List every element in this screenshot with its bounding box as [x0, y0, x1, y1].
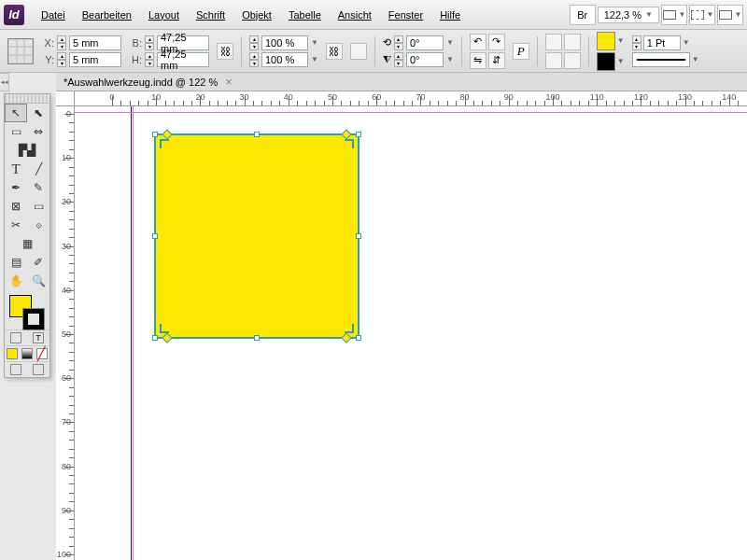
zoom-tool[interactable]: 🔍 — [27, 272, 49, 290]
stroke-weight-stepper[interactable]: ▴▾ — [632, 35, 641, 50]
resize-handle-t[interactable] — [254, 132, 260, 137]
rectangle-tool[interactable]: ▭ — [27, 197, 49, 216]
gradient-swatch-tool[interactable]: ▦ — [5, 234, 49, 253]
stroke-weight-field[interactable]: 1 Pt — [643, 35, 681, 50]
apply-color-icon[interactable] — [7, 348, 18, 359]
w-stepper[interactable]: ▴▾ — [145, 35, 154, 50]
resize-handle-br[interactable] — [356, 335, 361, 341]
h-field[interactable]: 47,25 mm — [157, 52, 209, 67]
rotate-stepper[interactable]: ▴▾ — [394, 35, 403, 50]
chevron-down-icon[interactable]: ▼ — [617, 57, 625, 65]
zoom-level[interactable]: 122,3 %▼ — [598, 7, 659, 23]
chevron-down-icon[interactable]: ▼ — [446, 55, 454, 63]
reference-point[interactable] — [7, 38, 34, 64]
link-scale-icon[interactable]: ⛓ — [326, 43, 343, 60]
direct-selection-tool[interactable]: ⬉ — [27, 104, 49, 122]
screen-mode-button[interactable]: ▼ — [661, 5, 687, 25]
menu-ansicht[interactable]: Ansicht — [331, 6, 379, 24]
horizontal-ruler[interactable]: 0102030405060708090100110120130140150 — [75, 91, 747, 106]
h-stepper[interactable]: ▴▾ — [145, 52, 154, 67]
constrain-proportions-icon[interactable]: ⛓ — [217, 43, 233, 60]
x-stepper[interactable]: ▴▾ — [57, 35, 66, 50]
preview-view-icon[interactable] — [33, 364, 44, 375]
y-field[interactable]: 5 mm — [69, 52, 121, 67]
apply-none-icon[interactable]: ╱ — [36, 348, 48, 359]
flip-h-icon[interactable]: ⇋ — [470, 52, 486, 69]
chevron-down-icon[interactable]: ▼ — [692, 55, 699, 63]
selection-tool[interactable]: ↖ — [5, 104, 27, 122]
chevron-down-icon[interactable]: ▼ — [311, 55, 318, 63]
resize-handle-l[interactable] — [152, 233, 158, 239]
live-corner-handle[interactable] — [162, 332, 172, 343]
fill-swatch[interactable] — [597, 32, 615, 50]
arrange-button[interactable]: ▼ — [689, 5, 715, 25]
normal-view-icon[interactable] — [10, 364, 21, 375]
selected-rectangle[interactable] — [155, 134, 359, 338]
live-corner-handle[interactable] — [341, 129, 351, 139]
rotate-field[interactable]: 0° — [406, 35, 444, 50]
stroke-swatch[interactable] — [597, 52, 615, 71]
toolbox-grip[interactable] — [5, 94, 49, 104]
stroke-style-field[interactable] — [632, 52, 690, 67]
live-corner-handle[interactable] — [162, 129, 172, 139]
panel-collapse-tab[interactable]: ◂◂ — [0, 73, 9, 91]
rotate-cw-icon[interactable]: ↷ — [488, 34, 505, 50]
page-tool[interactable]: ▭ — [5, 122, 27, 141]
chevron-down-icon[interactable]: ▼ — [683, 38, 690, 47]
scale-y-field[interactable]: 100 % — [261, 52, 308, 67]
scale-x-field[interactable]: 100 % — [261, 35, 308, 50]
chevron-down-icon[interactable]: ▼ — [311, 38, 318, 47]
formatting-container-icon[interactable] — [10, 332, 21, 343]
chevron-down-icon[interactable]: ▼ — [617, 36, 625, 45]
flip-v-icon[interactable]: ⇵ — [488, 52, 505, 69]
content-collector-tool[interactable]: ▛▟ — [5, 141, 49, 160]
live-corner-handle[interactable] — [341, 332, 351, 343]
resize-handle-r[interactable] — [356, 233, 361, 239]
menu-schrift[interactable]: Schrift — [189, 6, 233, 24]
menu-tabelle[interactable]: Tabelle — [281, 6, 329, 24]
y-stepper[interactable]: ▴▾ — [57, 52, 66, 67]
ruler-origin[interactable] — [56, 91, 75, 106]
note-tool[interactable]: ▤ — [5, 253, 27, 272]
rectangle-frame-tool[interactable]: ⊠ — [5, 197, 27, 216]
clear-transform-icon[interactable] — [350, 43, 367, 60]
formatting-text-icon[interactable]: T — [33, 332, 44, 343]
select-container-icon[interactable] — [545, 34, 562, 50]
menu-hilfe[interactable]: Hilfe — [432, 6, 468, 24]
fill-stroke-swatches[interactable] — [7, 293, 47, 327]
scale-x-stepper[interactable]: ▴▾ — [249, 35, 259, 50]
select-prev-icon[interactable] — [545, 52, 562, 69]
bridge-button[interactable]: Br — [570, 5, 596, 25]
select-next-icon[interactable] — [564, 52, 581, 69]
hand-tool[interactable]: ✋ — [5, 272, 27, 290]
scale-y-stepper[interactable]: ▴▾ — [249, 52, 259, 67]
document-tab[interactable]: *Auswahlwerkzeug.indd @ 122 % × — [56, 73, 747, 91]
resize-handle-tl[interactable] — [152, 132, 158, 137]
workspace-button[interactable]: ▼ — [717, 5, 743, 25]
resize-handle-bl[interactable] — [152, 335, 158, 341]
close-tab-icon[interactable]: × — [225, 75, 233, 89]
canvas[interactable] — [75, 106, 747, 560]
line-tool[interactable]: ╱ — [27, 160, 49, 178]
select-content-icon[interactable] — [564, 34, 581, 50]
stroke-color-swatch[interactable] — [22, 308, 45, 330]
free-transform-tool[interactable]: ⟐ — [27, 216, 49, 234]
menu-objekt[interactable]: Objekt — [234, 6, 279, 24]
shear-field[interactable]: 0° — [406, 52, 444, 67]
type-tool[interactable]: T — [5, 160, 27, 178]
menu-fenster[interactable]: Fenster — [381, 6, 430, 24]
menu-bearbeiten[interactable]: Bearbeiten — [75, 6, 139, 24]
scissors-tool[interactable]: ✂ — [5, 216, 27, 234]
eyedropper-tool[interactable]: ✐ — [27, 253, 49, 272]
shear-stepper[interactable]: ▴▾ — [394, 52, 403, 67]
pen-tool[interactable]: ✒ — [5, 178, 27, 197]
menu-layout[interactable]: Layout — [141, 6, 187, 24]
resize-handle-tr[interactable] — [356, 132, 361, 137]
pencil-tool[interactable]: ✎ — [27, 178, 49, 197]
vertical-ruler[interactable]: 0102030405060708090100110120 — [56, 106, 75, 560]
menu-datei[interactable]: Datei — [34, 6, 73, 24]
chevron-down-icon[interactable]: ▼ — [446, 38, 454, 47]
rotate-ccw-icon[interactable]: ↶ — [470, 34, 486, 50]
apply-gradient-icon[interactable] — [21, 348, 33, 359]
x-field[interactable]: 5 mm — [69, 35, 121, 50]
